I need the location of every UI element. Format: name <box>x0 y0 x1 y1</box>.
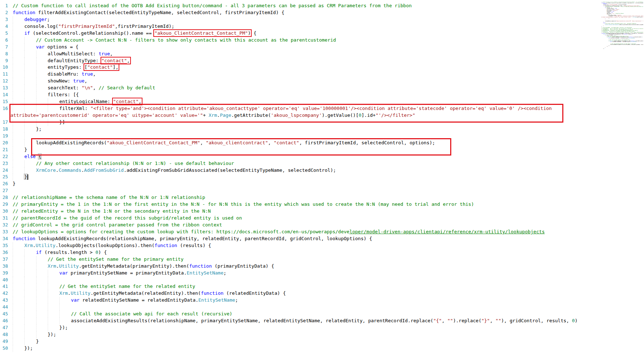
code-token: var <box>71 297 79 303</box>
code-token: . <box>217 112 220 118</box>
code-line[interactable]: 41// Get the entitySet name for the rela… <box>0 283 600 290</box>
code-line[interactable]: 32// gridControl = the grid control para… <box>0 222 600 229</box>
indent-guide <box>36 290 48 297</box>
code-line[interactable]: 42Xrm.Utility.getEntityMetadata(relatedE… <box>0 290 600 297</box>
code-line[interactable]: 23// Any other contact relationship (N:N… <box>0 160 600 167</box>
code-line[interactable]: 40 <box>0 277 600 284</box>
code-line[interactable]: 20lookupAddExistingRecords("akouo_Client… <box>0 140 600 146</box>
code-line[interactable]: 47}); <box>0 324 600 331</box>
code-line[interactable]: 4console.log("firstPrimaryItemId",firstP… <box>0 23 600 30</box>
code-line[interactable]: 24XrmCore.Commands.AddFromSubGrid.addExi… <box>0 167 600 174</box>
code-line[interactable]: 28// relationshipName = the schema name … <box>0 194 600 201</box>
code-line[interactable]: 50}); <box>0 345 600 352</box>
code-line[interactable]: 2function filterAddExistingContact(selec… <box>0 9 600 16</box>
code-token: .lookupObjects(lookupOptions).then( <box>55 243 154 248</box>
code-text: // Get the entitySet name for the relate… <box>13 283 600 290</box>
code-line[interactable]: 22else { <box>0 153 600 160</box>
line-number: 3 <box>0 16 8 23</box>
indent-guide <box>13 71 24 78</box>
code-token: Utility <box>36 243 56 248</box>
code-line[interactable]: 43var relatedEntitySetName = relatedEnti… <box>0 297 600 304</box>
code-line[interactable]: 26} <box>0 180 600 187</box>
indent-guide <box>24 290 36 297</box>
code-text: debugger; <box>13 16 600 23</box>
code-token: , <box>127 58 130 63</box>
indent-guide <box>36 297 48 304</box>
line-number: 7 <box>0 44 8 51</box>
line-number: 19 <box>0 133 8 140</box>
code-line[interactable]: 46associateAddExistingResults(relationsh… <box>0 318 600 324</box>
code-token: 0 <box>359 112 362 118</box>
code-line[interactable]: 49} <box>0 338 600 345</box>
indent-guide <box>13 85 24 92</box>
indent-guide <box>48 311 59 318</box>
line-number: 21 <box>0 146 8 153</box>
minimap[interactable]: // Custom function to call instead of th… <box>601 2 643 255</box>
code-line[interactable]: 44 <box>0 304 600 311</box>
line-number: 18 <box>0 126 8 133</box>
indent-guide <box>24 311 36 318</box>
code-token: , <box>490 318 496 323</box>
code-token: (results) { <box>177 243 211 248</box>
indent-guide <box>13 167 24 174</box>
code-line[interactable]: 19 <box>0 133 600 140</box>
code-line[interactable]: 17}] <box>0 119 600 126</box>
code-line[interactable]: 39var primaryEntitySetName = primaryEnti… <box>0 270 600 277</box>
code-line[interactable]: 21} <box>0 146 600 153</box>
indent-guide <box>13 16 24 23</box>
code-line[interactable]: 48}); <box>0 331 600 338</box>
code-line[interactable]: 7var options = { <box>0 44 600 51</box>
indent-guide <box>59 297 71 304</box>
code-token: }); <box>59 325 68 330</box>
code-line[interactable]: 38Xrm.Utility.getEntityMetadata(primaryE… <box>0 263 600 270</box>
indent-guide <box>59 318 71 324</box>
code-line[interactable]: 11disableMru: true, <box>0 71 600 78</box>
code-line[interactable]: 33// lookupOptions = options for creatin… <box>0 229 600 235</box>
code-line[interactable]: 29// primaryEntity = the 1 in the 1:N or… <box>0 201 600 208</box>
indent-guide <box>13 290 24 297</box>
indent-guide <box>36 270 48 277</box>
code-token: "" <box>495 318 501 323</box>
code-line[interactable]: 5if (selectedControl.getRelationship().n… <box>0 30 600 37</box>
code-line[interactable]: 1// Custom function to call instead of t… <box>0 3 600 9</box>
code-line[interactable]: 36if (results.length > 0) { <box>0 249 600 256</box>
code-line[interactable]: 45// Call the associate web api for each… <box>0 311 600 318</box>
code-line[interactable]: 15entityLogicalName: "contact", <box>0 98 600 105</box>
code-line[interactable]: 13searchText: "\n", // Search by default <box>0 85 600 92</box>
indent-guide <box>24 98 36 105</box>
code-token: EntitySetName <box>187 270 223 276</box>
code-area[interactable]: 1// Custom function to call instead of t… <box>0 0 600 352</box>
code-token: associateAddExistingResults(relationship… <box>71 318 433 323</box>
code-line[interactable]: 3debugger; <box>0 16 600 23</box>
line-number: 14 <box>0 92 8 98</box>
code-line[interactable]: 37// Get the entitySet name for the prim… <box>0 256 600 263</box>
indent-guide <box>24 283 36 290</box>
code-line[interactable]: 8allowMultiSelect: true, <box>0 51 600 58</box>
indent-guide <box>36 92 48 98</box>
indent-guide <box>36 304 48 311</box>
code-line[interactable]: 9defaultEntityType: "contact", <box>0 58 600 64</box>
code-line[interactable]: 6// Custom Account -> Contact N:N - filt… <box>0 37 600 44</box>
code-line[interactable]: 25} <box>0 174 600 180</box>
line-number: 24 <box>0 167 8 174</box>
code-token: ) <box>575 318 578 323</box>
code-line[interactable]: 18}; <box>0 126 600 133</box>
code-line[interactable]: 35Xrm.Utility.lookupObjects(lookupOption… <box>0 242 600 249</box>
code-token: } <box>24 147 27 152</box>
code-text: }] <box>13 119 600 126</box>
code-line[interactable]: 30// relatedEntity = the N in the 1:N or… <box>0 208 600 215</box>
code-token: "\n" <box>82 85 93 90</box>
code-line[interactable]: 10entityTypes: ["contact"], <box>0 64 600 71</box>
code-line[interactable]: 16filterXml: "<filter type='and'><condit… <box>0 105 600 119</box>
indent-guide <box>24 51 36 58</box>
code-line[interactable]: 34function lookupAddExistingRecords(rela… <box>0 235 600 242</box>
code-line[interactable]: 12showNew: true, <box>0 78 600 85</box>
code-text: function filterAddExistingContact(select… <box>13 9 600 16</box>
indent-guide <box>24 37 36 44</box>
code-token: , <box>138 99 141 104</box>
code-line[interactable]: 14filters: [{ <box>0 92 600 98</box>
code-line[interactable]: 27 <box>0 187 600 194</box>
code-line[interactable]: 31// parentRecordId = the guid of the re… <box>0 215 600 222</box>
code-token: "<filter type='and'><condition attribute… <box>90 106 552 111</box>
indent-guide <box>48 98 59 105</box>
